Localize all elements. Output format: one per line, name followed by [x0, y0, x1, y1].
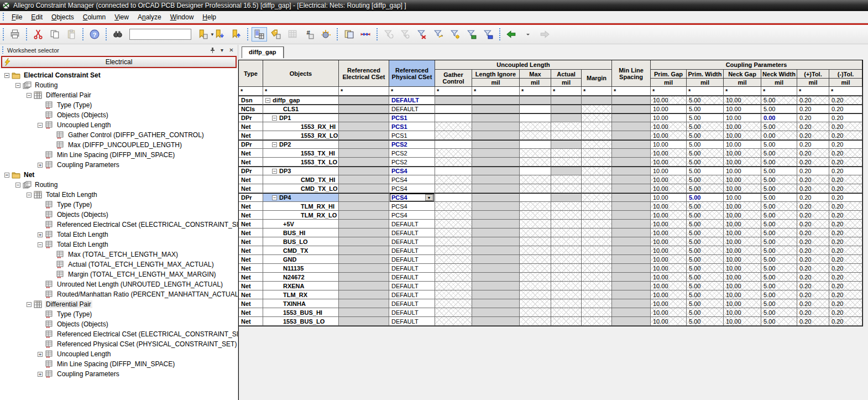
- constraint-cell[interactable]: [551, 308, 582, 317]
- constraint-cell[interactable]: [435, 273, 472, 282]
- group-header-uncoupled-length[interactable]: Uncoupled Length: [435, 60, 612, 70]
- value-cell[interactable]: 0.20: [797, 264, 829, 273]
- tree-item[interactable]: −Net: [0, 170, 238, 180]
- constraint-cell[interactable]: [520, 308, 551, 317]
- ref-electrical-cset-cell[interactable]: [339, 140, 389, 149]
- value-cell[interactable]: 10.00: [724, 193, 761, 202]
- tree-item[interactable]: Unrouted Net Length (UNROUTED_LENGTH_ACT…: [0, 279, 238, 289]
- row-type-cell[interactable]: Net: [239, 308, 263, 317]
- value-cell[interactable]: 10.00: [651, 140, 687, 149]
- value-cell[interactable]: 0.20: [797, 158, 829, 167]
- value-cell[interactable]: 10.00: [724, 273, 761, 282]
- value-cell[interactable]: 10.00: [724, 122, 761, 131]
- worksheet-select-icon[interactable]: [252, 27, 267, 41]
- value-cell[interactable]: 5.00: [761, 255, 797, 264]
- constraint-cell[interactable]: [520, 317, 551, 326]
- col-header-margin[interactable]: Margin: [582, 70, 612, 87]
- value-cell[interactable]: 10.00: [651, 167, 687, 175]
- row-type-cell[interactable]: Net: [239, 282, 263, 290]
- constraint-cell[interactable]: [612, 237, 651, 246]
- constraint-cell[interactable]: [551, 105, 582, 113]
- object-cell[interactable]: GND: [263, 255, 339, 264]
- copy-icon[interactable]: [47, 27, 62, 41]
- constraint-cell[interactable]: [551, 202, 582, 211]
- constraint-cell[interactable]: [551, 264, 582, 273]
- constraint-cell[interactable]: [551, 228, 582, 237]
- constraint-cell[interactable]: [612, 105, 651, 113]
- object-cell[interactable]: −diffp_gap: [263, 96, 339, 105]
- object-cell[interactable]: TLM_RX_LO: [263, 211, 339, 220]
- value-cell[interactable]: 0.20: [797, 237, 829, 246]
- constraint-cell[interactable]: [551, 131, 582, 140]
- constraint-cell[interactable]: [472, 264, 520, 273]
- value-cell[interactable]: 10.00: [651, 282, 687, 290]
- value-cell[interactable]: 0.20: [797, 308, 829, 317]
- value-cell[interactable]: 0.20: [829, 131, 862, 140]
- ref-electrical-cset-cell[interactable]: [339, 113, 389, 122]
- filter-green-icon[interactable]: [464, 27, 479, 41]
- value-cell[interactable]: 0.20: [829, 308, 862, 317]
- filter-cell[interactable]: *: [472, 87, 520, 96]
- constraint-cell[interactable]: [472, 140, 520, 149]
- ref-electrical-cset-cell[interactable]: [339, 290, 389, 299]
- tree-item[interactable]: −Routing: [0, 80, 238, 90]
- constraint-cell[interactable]: [582, 131, 612, 140]
- value-cell[interactable]: 5.00: [761, 246, 797, 255]
- constraint-cell[interactable]: [582, 211, 612, 220]
- value-cell[interactable]: 5.00: [687, 228, 724, 237]
- value-cell[interactable]: 10.00: [651, 149, 687, 158]
- value-cell[interactable]: 10.00: [724, 149, 761, 158]
- tree-item[interactable]: −Total Etch Length: [0, 190, 238, 200]
- value-cell[interactable]: 5.00: [761, 158, 797, 167]
- constraint-cell[interactable]: [612, 273, 651, 282]
- value-cell[interactable]: 5.00: [687, 105, 724, 113]
- ref-physical-cset-cell[interactable]: PCS2: [389, 158, 435, 167]
- row-type-cell[interactable]: Net: [239, 202, 263, 211]
- ref-electrical-cset-cell[interactable]: [339, 193, 389, 202]
- value-cell[interactable]: 5.00: [761, 264, 797, 273]
- constraint-cell[interactable]: [520, 167, 551, 175]
- value-cell[interactable]: 10.00: [724, 246, 761, 255]
- object-cell[interactable]: 1553_BUS_HI: [263, 308, 339, 317]
- ref-electrical-cset-cell[interactable]: [339, 308, 389, 317]
- filter-cell[interactable]: *: [797, 87, 829, 96]
- col-header-type[interactable]: Type: [239, 60, 263, 87]
- value-cell[interactable]: 5.00: [687, 193, 724, 202]
- object-cell[interactable]: 1553_TX_HI: [263, 149, 339, 158]
- object-cell[interactable]: TLM_RX_HI: [263, 202, 339, 211]
- value-cell[interactable]: 5.00: [761, 167, 797, 175]
- constraint-cell[interactable]: [520, 202, 551, 211]
- toolbar-grip[interactable]: [104, 28, 108, 40]
- ref-electrical-cset-cell[interactable]: [339, 246, 389, 255]
- value-cell[interactable]: 10.00: [651, 122, 687, 131]
- row-type-cell[interactable]: Net: [239, 264, 263, 273]
- constraint-cell[interactable]: [582, 273, 612, 282]
- value-cell[interactable]: 10.00: [651, 228, 687, 237]
- filter-cell[interactable]: *: [435, 87, 472, 96]
- ref-electrical-cset-cell[interactable]: [339, 175, 389, 184]
- value-cell[interactable]: 10.00: [651, 264, 687, 273]
- constraint-cell[interactable]: [582, 175, 612, 184]
- tab-diffp-gap[interactable]: diffp_gap: [242, 46, 284, 58]
- constraint-cell[interactable]: [520, 290, 551, 299]
- domain-selector[interactable]: Electrical: [1, 56, 237, 68]
- ref-physical-cset-cell[interactable]: PCS4: [389, 184, 435, 193]
- collapse-icon[interactable]: −: [4, 73, 9, 78]
- ref-electrical-cset-cell[interactable]: [339, 105, 389, 113]
- ref-physical-cset-cell[interactable]: DEFAULT: [389, 220, 435, 228]
- constraint-cell[interactable]: [472, 113, 520, 122]
- constraint-cell[interactable]: [435, 167, 472, 175]
- value-cell[interactable]: 5.00: [687, 255, 724, 264]
- constraint-cell[interactable]: [582, 193, 612, 202]
- value-cell[interactable]: 5.00: [761, 193, 797, 202]
- value-cell[interactable]: 10.00: [724, 255, 761, 264]
- collapse-icon[interactable]: −: [27, 93, 32, 98]
- ref-physical-cset-cell[interactable]: DEFAULT: [389, 264, 435, 273]
- collapse-icon[interactable]: −: [15, 183, 20, 188]
- tree-item[interactable]: Objects (Objects): [0, 210, 238, 220]
- value-cell[interactable]: 0.20: [797, 149, 829, 158]
- constraint-cell[interactable]: [435, 140, 472, 149]
- ref-physical-cset-cell[interactable]: DEFAULT: [389, 308, 435, 317]
- row-type-cell[interactable]: Net: [239, 211, 263, 220]
- value-cell[interactable]: 5.00: [687, 149, 724, 158]
